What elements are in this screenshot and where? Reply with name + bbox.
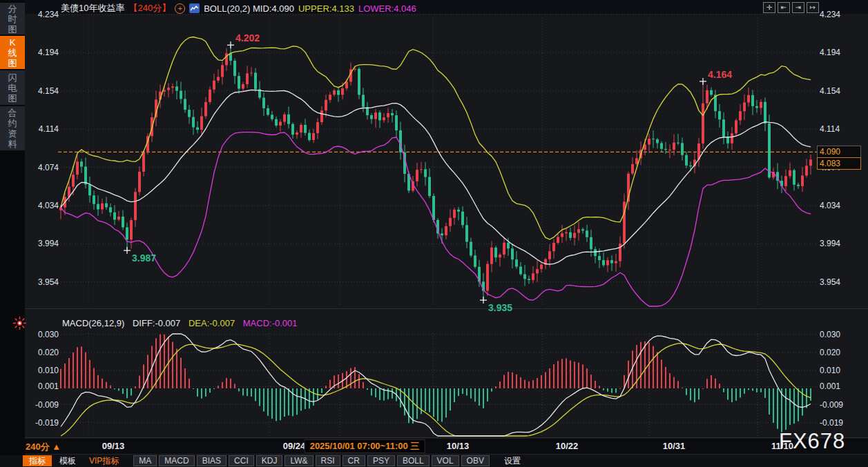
candle-body bbox=[287, 115, 290, 124]
candle-body bbox=[731, 133, 733, 143]
period-selector[interactable]: 240分 ▲ bbox=[26, 441, 61, 453]
candle-body bbox=[171, 86, 174, 88]
macd-hist-bar bbox=[470, 388, 472, 399]
macd-hist-bar bbox=[445, 388, 447, 417]
sidebar-tab-2[interactable]: K 线 图 bbox=[0, 36, 25, 69]
toolbar-tab-指标[interactable]: 指标 bbox=[23, 455, 52, 466]
candle-body bbox=[130, 220, 133, 239]
macd-hist-bar bbox=[139, 376, 140, 388]
sidebar-tab-4[interactable]: 合 约 资 料 bbox=[0, 106, 25, 150]
scale-right-axis-icon[interactable]: ⇥ bbox=[792, 2, 804, 13]
candle-body bbox=[760, 102, 762, 108]
macd-hist-bar bbox=[118, 388, 119, 390]
macd-hist-bar bbox=[379, 388, 380, 400]
candle-body bbox=[635, 158, 638, 163]
time-axis-row: 240分 ▲ 09/1309/242025/10/01 07:00~11:00 … bbox=[0, 439, 868, 454]
macd-hist-bar bbox=[557, 361, 559, 388]
candle-body bbox=[254, 72, 257, 89]
toolbar-tab-PSY[interactable]: PSY bbox=[367, 455, 395, 466]
macd-hist-bar bbox=[545, 372, 546, 388]
candle-body bbox=[167, 88, 170, 90]
candle-body bbox=[461, 212, 464, 225]
period-tag: 【240分】 bbox=[128, 2, 171, 14]
macd-hist-bar bbox=[375, 388, 376, 397]
add-indicator-icon[interactable]: + bbox=[175, 3, 185, 14]
candle-body bbox=[449, 218, 452, 226]
pan-cross-icon[interactable]: ✛ bbox=[763, 2, 775, 13]
boll-label: BOLL(20,2) MID:4.090 bbox=[204, 3, 294, 14]
chart-style-icon[interactable] bbox=[189, 3, 200, 13]
macd-hist-bar bbox=[255, 388, 256, 401]
sidebar-tab-1[interactable]: 分 时 图 bbox=[0, 3, 25, 34]
toolbar-tab-BIAS[interactable]: BIAS bbox=[197, 455, 226, 466]
candle-body bbox=[428, 177, 431, 197]
macd-hist-bar bbox=[520, 377, 521, 388]
toolbar-tab-设置[interactable]: 设置 bbox=[499, 455, 526, 466]
toolbar-tab-VOL[interactable]: VOL bbox=[432, 455, 459, 466]
sidebar-tab-3[interactable]: 闪 电 图 bbox=[0, 70, 25, 105]
toolbar-tab-RSI[interactable]: RSI bbox=[316, 455, 340, 466]
candle-body bbox=[391, 113, 394, 115]
candle-body bbox=[374, 112, 377, 119]
toolbar-tab-KDJ[interactable]: KDJ bbox=[256, 455, 283, 466]
macd-hist-bar bbox=[363, 382, 364, 388]
candle-body bbox=[668, 150, 671, 150]
candle-body bbox=[722, 119, 725, 137]
macd-axis-label: 0.020 bbox=[28, 348, 59, 357]
toolbar-tab-VIP指标[interactable]: VIP指标 bbox=[84, 455, 124, 466]
candle-body bbox=[615, 261, 617, 264]
candle-body bbox=[747, 95, 750, 103]
toolbar-tab-CCI[interactable]: CCI bbox=[229, 455, 254, 466]
macd-hist-bar bbox=[416, 388, 418, 419]
macd-hist-bar bbox=[64, 364, 66, 388]
macd-hist-bar bbox=[479, 388, 480, 406]
scale-left-axis-icon[interactable]: ⇤ bbox=[778, 2, 790, 13]
candle-body bbox=[751, 95, 754, 106]
chart-plot-area[interactable]: 4.2023.9874.1643.935 bbox=[25, 0, 868, 455]
macd-hist-bar bbox=[748, 388, 749, 390]
candle-body bbox=[499, 255, 501, 257]
toolbar-tab-MA[interactable]: MA bbox=[133, 455, 157, 466]
candle-body bbox=[793, 170, 795, 185]
price-axis-label: 4.034 bbox=[820, 201, 861, 210]
toolbar-tab-CR[interactable]: CR bbox=[343, 455, 365, 466]
candle-body bbox=[523, 275, 526, 279]
macd-hist-bar bbox=[437, 388, 438, 421]
toolbar-tab-LW&[interactable]: LW& bbox=[284, 455, 313, 466]
candle-body bbox=[557, 237, 559, 243]
chart-tool-icons: ✛⇤⇥↦ bbox=[763, 2, 819, 13]
candle-body bbox=[453, 210, 456, 218]
candle-body bbox=[743, 103, 746, 112]
go-latest-icon[interactable]: ↦ bbox=[807, 2, 819, 13]
macd-hist-bar bbox=[653, 346, 654, 388]
alert-sun-icon[interactable] bbox=[13, 317, 26, 330]
candle-body bbox=[797, 185, 800, 186]
macd-hist-bar bbox=[296, 388, 298, 415]
toolbar-tab-模板[interactable]: 模板 bbox=[54, 455, 81, 466]
macd-hist-bar bbox=[462, 388, 463, 394]
candle-body bbox=[755, 106, 758, 108]
macd-hist-bar bbox=[698, 388, 700, 399]
candle-body bbox=[142, 152, 145, 172]
macd-hist-bar bbox=[60, 369, 61, 388]
macd-hist-bar bbox=[793, 388, 795, 424]
candle-body bbox=[569, 232, 572, 238]
candle-body bbox=[594, 249, 597, 256]
chart-legend: 美债10年收益率 【240分】 + BOLL(20,2) MID:4.090 U… bbox=[61, 2, 416, 14]
price-axis-label: 4.074 bbox=[28, 163, 59, 172]
candle-body bbox=[296, 132, 298, 135]
macd-hist-bar bbox=[541, 375, 542, 388]
toolbar-tab-OBV[interactable]: OBV bbox=[461, 455, 490, 466]
candle-body bbox=[271, 115, 273, 119]
price-axis-label: 4.194 bbox=[28, 48, 59, 57]
toolbar-tab-BOLL[interactable]: BOLL bbox=[397, 455, 430, 466]
candle-body bbox=[113, 212, 116, 220]
macd-hist-bar bbox=[516, 375, 517, 388]
candlestick-chart[interactable]: 4.2023.9874.1643.935 bbox=[25, 0, 868, 455]
macd-hist-bar bbox=[267, 388, 269, 416]
toolbar-tab-MACD[interactable]: MACD bbox=[159, 455, 194, 466]
candle-body bbox=[610, 260, 613, 263]
candle-body bbox=[312, 133, 315, 140]
macd-hist-bar bbox=[611, 388, 613, 393]
candle-body bbox=[88, 184, 91, 195]
